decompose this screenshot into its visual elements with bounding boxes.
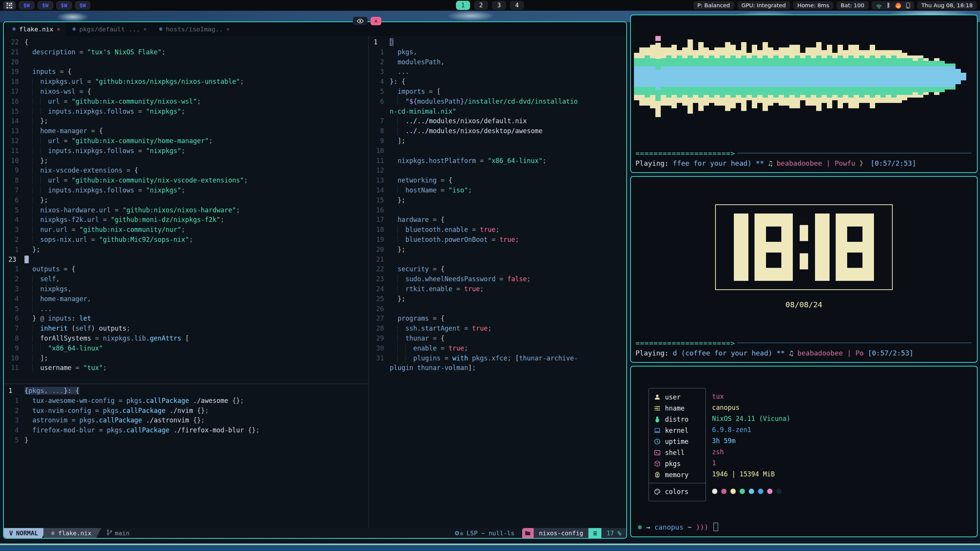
code-line[interactable]: 6 } @ inputs: let <box>4 314 368 324</box>
workspace-button[interactable]: $W <box>75 1 91 10</box>
code-line[interactable]: 1{pkgs, ...}: { <box>4 386 368 396</box>
workspace-button[interactable]: $W <box>19 1 34 10</box>
code-line[interactable]: 10 <box>369 146 626 156</box>
code-line[interactable]: 1{ <box>369 37 626 47</box>
code-line[interactable]: 4 nixpkgs-f2k.url = "github:moni-dz/nixp… <box>4 215 368 225</box>
code-line[interactable]: 4 home-manager, <box>4 294 368 304</box>
code-line[interactable]: 3 ... <box>369 67 626 77</box>
code-line[interactable]: 14 }; <box>4 116 368 126</box>
code-line[interactable]: 12 url = "github:nix-community/home-mana… <box>4 136 368 146</box>
code-line[interactable]: 3 nixpkgs, <box>4 284 368 294</box>
code-line[interactable]: 8 forAllSystems = nixpkgs.lib.genAttrs [ <box>4 334 368 344</box>
tag-4[interactable]: 4 <box>510 1 524 10</box>
code-line[interactable]: 17 hardware = { <box>369 215 626 225</box>
code-line[interactable]: 24 rtkit.enable = true; <box>369 284 626 294</box>
code-line[interactable]: 29 thunar = { <box>369 334 626 344</box>
workspace-button[interactable]: $W <box>38 1 53 10</box>
code-line[interactable]: 5 nixos-hardware.url = "github:nixos/nix… <box>4 205 368 215</box>
launcher-button[interactable] <box>3 1 16 10</box>
code-line[interactable]: 9 ]; <box>369 136 626 146</box>
tag-1[interactable]: 1 <box>456 1 470 10</box>
phone-icon[interactable] <box>906 3 910 8</box>
pane-pkgs-default-nix[interactable]: 1{pkgs, ...}: {1 tux-awesome-wm-config =… <box>4 384 368 528</box>
code-line[interactable]: 20 }; <box>369 245 626 255</box>
code-line[interactable]: 17 nixos-wsl = { <box>4 87 368 97</box>
code-line[interactable]: 15 }; <box>369 196 626 205</box>
code-line[interactable]: 19 bluetooth.powerOnBoot = true; <box>369 235 626 245</box>
tab-close-icon[interactable]: × <box>226 26 229 32</box>
network-icon[interactable] <box>876 3 882 8</box>
code-line[interactable]: 13 networking = { <box>369 176 626 186</box>
code-line[interactable]: 23 <box>4 255 368 265</box>
code-line[interactable]: 4 firefox-mod-blur = pkgs.callPackage ./… <box>4 425 368 435</box>
code-line[interactable]: 31 plugins = with pkgs.xfce; [thunar-arc… <box>369 354 626 364</box>
code-line[interactable]: 7 inherit (self) outputs; <box>4 324 368 334</box>
code-line[interactable]: 22{ <box>4 37 368 47</box>
pane-iso-default-nix[interactable]: 1{1 pkgs,2 modulesPath,3 ...4}: {5 impor… <box>369 36 626 528</box>
pane-flake-nix[interactable]: 22{21 description = "tux's NixOS Flake";… <box>4 36 368 383</box>
code-line[interactable]: 2 modulesPath, <box>369 57 626 67</box>
code-line[interactable]: 2 sops-nix.url = "github:Mic92/sops-nix"… <box>4 235 368 245</box>
code-line[interactable]: 21 description = "tux's NixOS Flake"; <box>4 47 368 57</box>
code-line[interactable]: 20 <box>4 57 368 67</box>
code-line[interactable]: 3 astronvim = pkgs.callPackage ./astronv… <box>4 416 368 425</box>
code-line[interactable]: n-cd-minimal.nix" <box>369 107 626 117</box>
tab-pkgs-default-[interactable]: ❄pkgs/default ...× <box>66 22 153 36</box>
code-line[interactable]: 13 home-manager = { <box>4 126 368 136</box>
code-line[interactable]: 3 nur.url = "github:nix-community/nur"; <box>4 225 368 235</box>
code-line[interactable]: 7 inputs.nixpkgs.follows = "nixpkgs"; <box>4 186 368 196</box>
code-line[interactable]: 25 }; <box>369 294 626 304</box>
flame-icon[interactable] <box>895 3 901 8</box>
code-line[interactable]: 1 }; <box>4 245 368 255</box>
code-line[interactable]: 1 pkgs, <box>369 47 626 57</box>
close-button[interactable]: ✕ <box>371 17 381 25</box>
tag-3[interactable]: 3 <box>492 1 506 10</box>
code-line[interactable]: 2 self, <box>4 274 368 284</box>
code-line[interactable]: 22 security = { <box>369 264 626 274</box>
code-line[interactable]: 19 inputs = { <box>4 67 368 77</box>
code-line[interactable]: 2 tux-nvim-config = pkgs.callPackage ./n… <box>4 406 368 416</box>
code-line[interactable]: 7 ../../modules/nixos/default.nix <box>369 116 626 126</box>
code-line[interactable]: 5 ... <box>4 304 368 314</box>
tag-2[interactable]: 2 <box>474 1 488 10</box>
code-line[interactable]: 1 tux-awesome-wm-config = pkgs.callPacka… <box>4 396 368 406</box>
code-line[interactable]: 6 }; <box>4 196 368 205</box>
code-line[interactable]: 14 hostName = "iso"; <box>369 186 626 196</box>
code-line[interactable]: 18 bluetooth.enable = true; <box>369 225 626 235</box>
code-line[interactable]: 18 nixpkgs.url = "github:nixos/nixpkgs/n… <box>4 77 368 87</box>
code-line[interactable]: 10 ]; <box>4 354 368 364</box>
code-line[interactable]: 1 outputs = { <box>4 264 368 274</box>
datetime-pill[interactable]: Thu Aug 08, 18:18 <box>917 1 977 10</box>
code-line[interactable]: 16 <box>369 205 626 215</box>
toggle-visibility-button[interactable] <box>353 17 368 25</box>
code-line[interactable]: 11 inputs.nixpkgs.follows = "nixpkgs"; <box>4 146 368 156</box>
code-line[interactable]: 10 }; <box>4 156 368 166</box>
code-line[interactable]: 5 imports = [ <box>369 87 626 97</box>
shell-prompt[interactable]: ❄ → canopus ~ ))) <box>638 523 718 531</box>
code-line[interactable]: 23 sudo.wheelNeedsPassword = false; <box>369 274 626 284</box>
code-line[interactable]: 8 ../../modules/nixos/desktop/awesome <box>369 126 626 136</box>
code-line[interactable]: 5} <box>4 435 368 445</box>
tab-flake-nix[interactable]: ❄flake.nix× <box>6 22 66 36</box>
tab-close-icon[interactable]: × <box>57 26 60 32</box>
code-line[interactable]: 6 "${modulesPath}/installer/cd-dvd/insta… <box>369 97 626 107</box>
code-line[interactable]: 15 inputs.nixpkgs.follows = "nixpkgs"; <box>4 107 368 117</box>
code-line[interactable]: 21 <box>369 255 626 265</box>
code-line[interactable]: plugin thunar-volman]; <box>369 363 626 373</box>
tab-close-icon[interactable]: × <box>144 26 147 32</box>
code-line[interactable]: 4}: { <box>369 77 626 87</box>
code-line[interactable]: 26 <box>369 304 626 314</box>
bluetooth-icon[interactable]: ᛒ <box>887 2 890 9</box>
tab-hosts-isoImag-[interactable]: ❄hosts/isoImag..× <box>153 22 235 36</box>
code-line[interactable]: 8 url = "github:nix-community/nix-vscode… <box>4 176 368 186</box>
code-line[interactable]: 9 nix-vscode-extensions = { <box>4 166 368 176</box>
code-line[interactable]: 9 "x86_64-linux" <box>4 344 368 354</box>
code-line[interactable]: 27 programs = { <box>369 314 626 324</box>
code-line[interactable]: 11 username = "tux"; <box>4 363 368 373</box>
code-line[interactable]: 11 nixpkgs.hostPlatform = "x86_64-linux"… <box>369 156 626 166</box>
code-line[interactable]: 12 <box>369 166 626 176</box>
code-line[interactable]: 30 enable = true; <box>369 344 626 354</box>
code-line[interactable]: 16 url = "github:nix-community/nixos-wsl… <box>4 97 368 107</box>
workspace-button[interactable]: $W <box>56 1 72 10</box>
code-line[interactable]: 28 ssh.startAgent = true; <box>369 324 626 334</box>
